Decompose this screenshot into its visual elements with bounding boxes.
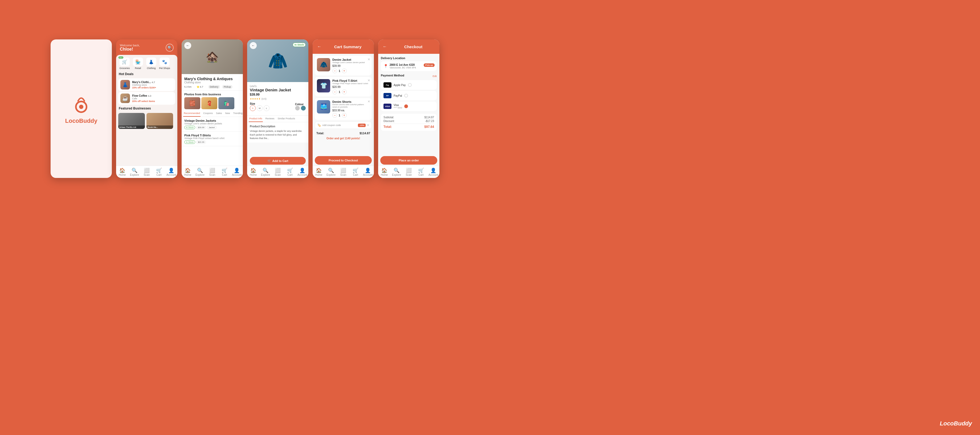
checkout-btn[interactable]: Proceed to Checkout	[315, 156, 372, 165]
photo-3[interactable]: 🛍️	[218, 97, 234, 109]
product-description-section: Product Description Vintage denim jacket…	[247, 122, 309, 142]
nav-home[interactable]: 🏠Home	[117, 168, 127, 176]
place-order-btn[interactable]: Place an order	[380, 156, 437, 165]
nav-checkout-home[interactable]: 🏠Home	[379, 168, 390, 176]
denim-price: $39.99	[196, 126, 206, 129]
screen-store: ← 🏚️ Mary's Clothing & Antiques Clothing…	[181, 40, 243, 178]
petshops-icon-box: 🐾	[159, 57, 170, 66]
category-clothing[interactable]: 👗 Clothing	[145, 57, 157, 70]
pinkfloyd-remove[interactable]: ✕	[368, 78, 370, 82]
nav-prod-cart[interactable]: 🛒Cart	[285, 168, 295, 176]
tab-similar[interactable]: Similar Products	[277, 116, 296, 122]
pinkfloyd-plus[interactable]: +	[342, 89, 347, 94]
nav-cart-scan[interactable]: ⬜Scan	[338, 168, 348, 176]
coupon-close[interactable]: ✕	[367, 123, 369, 127]
category-petshops[interactable]: 🐾 Pet Shops	[159, 57, 170, 70]
colour-label: Colour	[295, 103, 306, 106]
payment-applepay[interactable]: Pay Apple Pay	[381, 80, 437, 90]
nav-checkout-explore[interactable]: 🔍Explore	[391, 168, 402, 176]
nav-store-account[interactable]: 👤Account	[231, 168, 242, 176]
category-groceries[interactable]: New 🛒 Groceries	[119, 57, 130, 70]
color-teal[interactable]	[301, 106, 306, 110]
size-s[interactable]: S	[250, 105, 256, 111]
checkout-title: Checkout	[390, 45, 436, 49]
tab-reviews[interactable]: Reviews	[265, 116, 275, 122]
photo-1[interactable]: 🧱	[184, 97, 200, 109]
add-to-cart-btn[interactable]: 🛒 Add to Cart	[250, 157, 306, 165]
address-line2: Vancouver, BC V5M 4P4	[390, 66, 416, 69]
featured-bookha[interactable]: Book Ha...	[146, 113, 173, 129]
payment-section: Payment Method Edit Pay Apple Pay PP Pay…	[381, 74, 437, 111]
nav-store-explore[interactable]: 🔍Explore	[195, 168, 205, 176]
nav-cart[interactable]: 🛒Cart	[154, 168, 164, 176]
product-denim[interactable]: Vintage Denim Jackets Vintage Levi's uni…	[181, 117, 243, 132]
size-l[interactable]: L	[264, 105, 269, 111]
review-count: (4.5)	[261, 97, 267, 100]
nav-account[interactable]: 👤Account	[166, 168, 177, 176]
checkout-back-btn[interactable]: ←	[381, 43, 388, 50]
nav-prod-home[interactable]: 🏠Home	[248, 168, 259, 176]
tab-recommended[interactable]: Recommended	[183, 110, 200, 117]
shorts-qty: 1	[339, 114, 340, 117]
tab-coupons[interactable]: Coupons	[203, 110, 213, 117]
nav-store-scan[interactable]: ⬜Scan	[207, 168, 218, 176]
payment-edit-btn[interactable]: Edit	[433, 75, 437, 78]
nav-explore[interactable]: 🔍Explore	[129, 168, 140, 176]
nav-cart-home[interactable]: 🏠Home	[313, 168, 324, 176]
tab-new[interactable]: New	[225, 110, 231, 117]
nav-checkout-account[interactable]: 👤Account	[428, 168, 439, 176]
pickup-chip[interactable]: Pickup	[222, 85, 232, 89]
nav-prod-scan[interactable]: ⬜Scan	[272, 168, 283, 176]
color-grey[interactable]	[295, 106, 300, 110]
shorts-plus[interactable]: +	[342, 113, 347, 118]
nav-checkout-scan[interactable]: ⬜Scan	[403, 168, 414, 176]
cafe-info: Flow Coffee 4.3 Cafe 20% off select item…	[132, 94, 173, 102]
denim-plus[interactable]: +	[342, 69, 347, 73]
nav-scan[interactable]: ⬜Scan	[142, 168, 152, 176]
payment-visa[interactable]: VISA Visa **** 9202	[381, 102, 437, 111]
groceries-icon-box: New 🛒	[119, 57, 130, 66]
tab-sales[interactable]: Sales	[215, 110, 223, 117]
subtotal-value: $114.87	[425, 116, 434, 119]
discount-label: Discount:	[383, 120, 395, 123]
nav-store-home[interactable]: 🏠Home	[182, 168, 193, 176]
paypal-radio[interactable]	[404, 94, 408, 97]
nav-cart-cart[interactable]: 🛒Cart	[350, 168, 361, 176]
product-pinkfloyd[interactable]: Pink Floyd T-Shirts Vintage Pink Floyd u…	[181, 132, 243, 146]
cart-back-btn[interactable]: ←	[316, 43, 323, 50]
nav-cart-explore[interactable]: 🔍Explore	[326, 168, 336, 176]
denim-remove[interactable]: ✕	[368, 57, 370, 61]
product-back-btn[interactable]: ←	[250, 42, 257, 49]
store-back-btn[interactable]: ←	[184, 42, 191, 49]
tab-trending[interactable]: Trending	[233, 110, 243, 117]
pinkfloyd-minus[interactable]: −	[332, 89, 337, 94]
store-info: Mary's Clothing & Antiques Clothing stor…	[181, 74, 243, 91]
denim-minus[interactable]: −	[332, 69, 337, 73]
nav-cart-account[interactable]: 👤Account	[363, 168, 373, 176]
applepay-name: Apple Pay	[394, 84, 406, 86]
search-button[interactable]: 🔍	[165, 44, 173, 52]
deal-flowcoffee[interactable]: ☕ Flow Coffee 4.3 Cafe 20% off select it…	[118, 92, 175, 105]
category-retail[interactable]: 🏪 Retail	[132, 57, 144, 70]
photo-2[interactable]: 🧣	[201, 97, 217, 109]
coupon-text[interactable]: Add coupon code	[322, 124, 357, 126]
deal-marys[interactable]: 👗 Mary's Clothi... 4.7 Clothing store 15…	[118, 78, 175, 91]
size-m[interactable]: M	[257, 105, 262, 111]
nav-checkout-cart[interactable]: 🛒Cart	[416, 168, 426, 176]
featured-row: Urban Thrifts 4.6 Book Ha...	[116, 113, 177, 129]
nav-prod-explore[interactable]: 🔍Explore	[260, 168, 271, 176]
marys-img: 👗	[120, 80, 130, 89]
size-label: Size	[250, 102, 269, 105]
shorts-minus[interactable]: −	[332, 113, 337, 118]
delivery-chip[interactable]: Delivery	[208, 85, 220, 89]
visa-radio[interactable]	[404, 104, 408, 108]
nav-prod-account[interactable]: 👤Account	[297, 168, 307, 176]
cafe-img: ☕	[120, 94, 130, 103]
nav-store-cart[interactable]: 🛒Cart	[219, 168, 230, 176]
payment-paypal[interactable]: PP PayPal	[381, 91, 437, 100]
applepay-radio[interactable]	[408, 83, 412, 87]
store-rating: ⭐4.7	[197, 86, 204, 88]
tab-product-info[interactable]: Product Info	[249, 116, 263, 122]
shorts-remove[interactable]: ✕	[368, 100, 370, 104]
featured-urban[interactable]: Urban Thrifts 4.6	[118, 113, 145, 129]
